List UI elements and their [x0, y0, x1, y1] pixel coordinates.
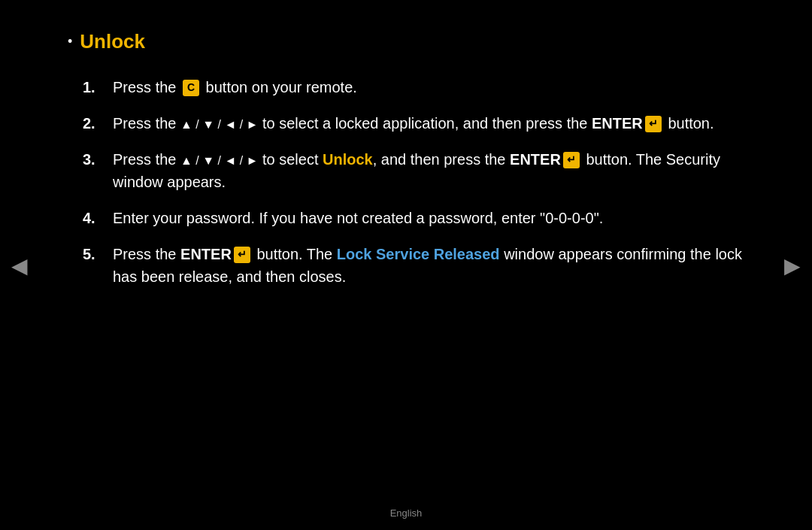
- section-title: Unlock: [80, 30, 145, 53]
- step-4: 4. Enter your password. If you have not …: [83, 207, 744, 229]
- step-5-number: 5.: [83, 243, 113, 265]
- steps-list: 1. Press the C button on your remote. 2.…: [68, 76, 744, 288]
- step-3-number: 3.: [83, 148, 113, 171]
- step-3-text: Press the ▲ / ▼ / ◄ / ► to select Unlock…: [113, 148, 744, 193]
- enter-button-icon-3: [563, 152, 580, 168]
- step-5: 5. Press the ENTER button. The Lock Serv…: [83, 243, 744, 288]
- step-1: 1. Press the C button on your remote.: [83, 76, 744, 98]
- step-2-text: Press the ▲ / ▼ / ◄ / ► to select a lock…: [113, 112, 744, 135]
- step-4-number: 4.: [83, 207, 113, 229]
- content-area: • Unlock 1. Press the C button on your r…: [68, 30, 744, 301]
- step-4-text: Enter your password. If you have not cre…: [113, 207, 744, 229]
- step-2-number: 2.: [83, 112, 113, 135]
- enter-button-icon-2: [645, 116, 662, 132]
- step-1-number: 1.: [83, 76, 113, 98]
- unlock-highlight: Unlock: [323, 151, 373, 168]
- c-button-icon: C: [183, 80, 199, 96]
- step-3: 3. Press the ▲ / ▼ / ◄ / ► to select Unl…: [83, 148, 744, 193]
- step-2: 2. Press the ▲ / ▼ / ◄ / ► to select a l…: [83, 112, 744, 135]
- section-header: • Unlock: [68, 30, 744, 53]
- language-label: English: [390, 507, 423, 519]
- enter-button-icon-5: [234, 247, 250, 263]
- lock-service-released-highlight: Lock Service Released: [337, 246, 500, 262]
- step-1-text: Press the C button on your remote.: [113, 76, 744, 98]
- main-content: • Unlock 1. Press the C button on your r…: [0, 0, 812, 530]
- bullet-dot: •: [68, 34, 72, 50]
- step-5-text: Press the ENTER button. The Lock Service…: [113, 243, 744, 288]
